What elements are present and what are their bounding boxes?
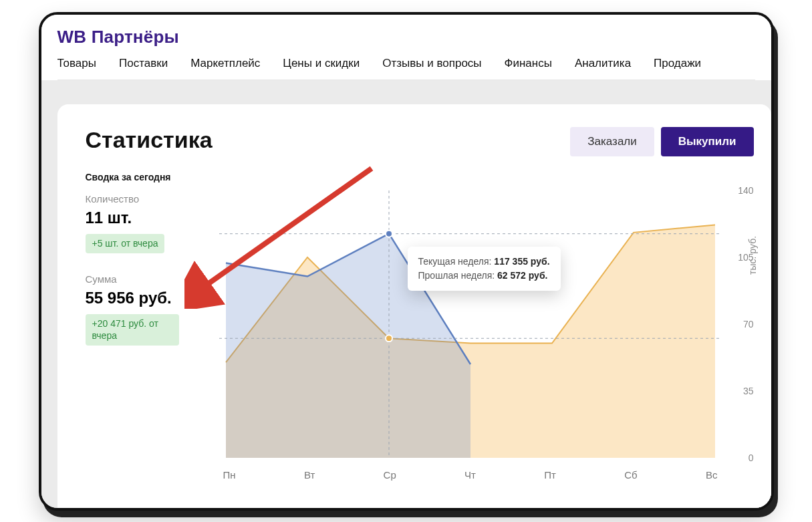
y-tick: 70 bbox=[743, 319, 754, 330]
brand-logo: WB Партнёры bbox=[57, 27, 755, 57]
nav-finance[interactable]: Финансы bbox=[505, 57, 552, 70]
x-tick: Сб bbox=[624, 469, 637, 481]
nav-reviews[interactable]: Отзывы и вопросы bbox=[382, 57, 481, 70]
nav-sales[interactable]: Продажи bbox=[654, 57, 701, 70]
weekly-chart[interactable]: тыс. руб. 03570105140 ПнВтСрЧтПтСбВс Тек… bbox=[219, 190, 754, 478]
tooltip-prev-label: Прошлая неделя: bbox=[418, 270, 498, 281]
sum-value: 55 956 руб. bbox=[86, 289, 219, 307]
nav-prices[interactable]: Цены и скидки bbox=[283, 57, 360, 70]
qty-delta-badge: +5 шт. от вчера bbox=[86, 234, 165, 254]
tooltip-current-label: Текущая неделя: bbox=[418, 256, 495, 267]
nav-goods[interactable]: Товары bbox=[57, 57, 96, 70]
y-tick: 0 bbox=[749, 452, 754, 463]
y-tick: 35 bbox=[743, 386, 754, 396]
chart-tooltip: Текущая неделя: 117 355 руб. Прошлая нед… bbox=[408, 247, 561, 291]
chart-canvas bbox=[219, 190, 722, 458]
svg-point-3 bbox=[386, 230, 392, 237]
stat-sum: Сумма 55 956 руб. +20 471 руб. от вчера bbox=[86, 273, 219, 346]
x-tick: Ср bbox=[384, 469, 396, 481]
x-tick: Чт bbox=[464, 469, 476, 481]
y-tick: 105 bbox=[738, 252, 753, 263]
qty-label: Количество bbox=[86, 193, 219, 205]
x-tick: Вт bbox=[304, 469, 315, 481]
view-toggle: Заказали Выкупили bbox=[570, 127, 753, 156]
y-tick: 140 bbox=[738, 185, 753, 196]
x-tick: Пт bbox=[544, 469, 556, 481]
sum-label: Сумма bbox=[86, 273, 219, 285]
x-tick: Вс bbox=[706, 469, 718, 481]
nav-marketplace[interactable]: Маркетплейс bbox=[190, 57, 260, 70]
tooltip-prev-value: 62 572 руб. bbox=[497, 270, 547, 281]
svg-point-4 bbox=[386, 335, 392, 342]
x-tick: Пн bbox=[223, 469, 236, 481]
top-nav: Товары Поставки Маркетплейс Цены и скидк… bbox=[57, 57, 755, 80]
y-ticks: 03570105140 bbox=[727, 190, 754, 458]
sum-delta-badge: +20 471 руб. от вчера bbox=[86, 314, 179, 346]
window-frame: WB Партнёры Товары Поставки Маркетплейс … bbox=[39, 12, 774, 511]
stat-quantity: Количество 11 шт. +5 шт. от вчера bbox=[86, 193, 219, 254]
nav-analytics[interactable]: Аналитика bbox=[575, 57, 631, 70]
x-ticks: ПнВтСрЧтПтСбВс bbox=[219, 469, 722, 481]
tooltip-current-value: 117 355 руб. bbox=[494, 256, 549, 267]
toggle-bought[interactable]: Выкупили bbox=[661, 127, 754, 156]
nav-supplies[interactable]: Поставки bbox=[119, 57, 168, 70]
qty-value: 11 шт. bbox=[86, 209, 219, 227]
stats-card: Статистика Заказали Выкупили Сводка за с… bbox=[57, 104, 771, 508]
toggle-ordered[interactable]: Заказали bbox=[570, 127, 654, 156]
summary-title: Сводка за сегодня bbox=[86, 172, 219, 182]
